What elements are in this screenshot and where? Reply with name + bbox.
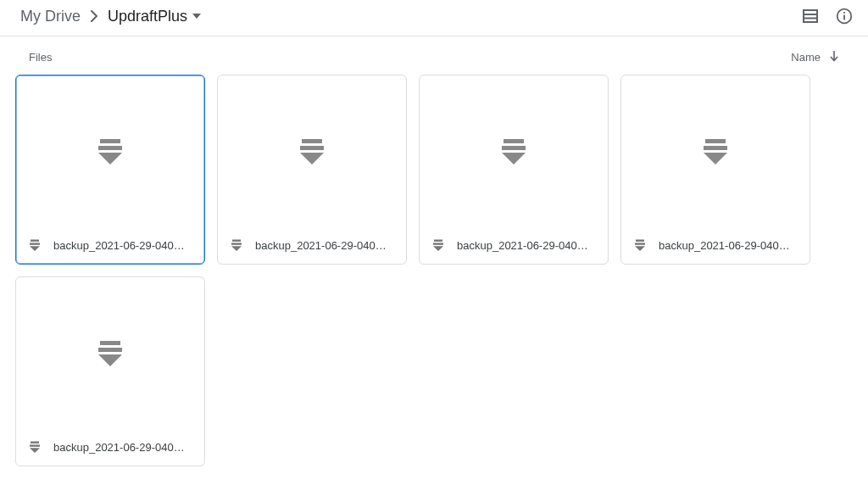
header-bar: My Drive UpdraftPlus (0, 0, 868, 36)
file-preview (16, 277, 204, 428)
archive-icon (28, 238, 42, 252)
section-bar: Files Name (0, 36, 868, 71)
file-name: backup_2021-06-29-0408_S… (457, 239, 593, 252)
breadcrumb-current-label: UpdraftPlus (108, 8, 187, 24)
file-preview (621, 75, 810, 226)
breadcrumb: My Drive UpdraftPlus (15, 5, 206, 27)
file-footer: backup_2021-06-29-0408_S… (621, 226, 810, 264)
file-tile[interactable]: backup_2021-06-29-0408_S… (217, 75, 407, 265)
list-view-icon[interactable] (800, 6, 821, 26)
archive-icon (633, 238, 647, 252)
breadcrumb-root[interactable]: My Drive (15, 5, 86, 27)
file-footer: backup_2021-06-29-0408_S… (16, 428, 204, 466)
svg-rect-4 (843, 15, 845, 20)
archive-icon (497, 134, 531, 168)
header-actions (800, 6, 854, 26)
chevron-right-icon (91, 10, 97, 22)
archive-icon (698, 134, 732, 168)
file-tile[interactable]: backup_2021-06-29-0408_S… (620, 75, 810, 265)
archive-icon (28, 440, 42, 454)
archive-icon (431, 238, 445, 252)
file-grid: backup_2021-06-29-0408_S…backup_2021-06-… (0, 71, 868, 482)
archive-icon (295, 134, 329, 168)
file-tile[interactable]: backup_2021-06-29-0408_S… (15, 75, 205, 265)
file-footer: backup_2021-06-29-0408_S… (420, 226, 608, 264)
svg-rect-0 (804, 10, 817, 22)
file-preview (420, 75, 608, 226)
sort-label: Name (791, 51, 821, 64)
arrow-down-icon (829, 50, 839, 64)
file-name: backup_2021-06-29-0408_S… (659, 239, 794, 252)
svg-rect-5 (843, 12, 845, 14)
archive-icon (93, 336, 127, 370)
info-icon[interactable] (834, 6, 854, 26)
file-footer: backup_2021-06-29-0408_S… (218, 226, 406, 264)
file-footer: backup_2021-06-29-0408_S… (16, 226, 204, 264)
file-preview (16, 75, 204, 226)
file-preview (218, 75, 406, 226)
file-tile[interactable]: backup_2021-06-29-0408_S… (15, 276, 205, 466)
file-name: backup_2021-06-29-0408_S… (255, 239, 391, 252)
breadcrumb-current[interactable]: UpdraftPlus (103, 5, 206, 27)
file-name: backup_2021-06-29-0408_S… (53, 441, 189, 454)
archive-icon (93, 134, 127, 168)
section-label: Files (29, 51, 52, 64)
sort-control[interactable]: Name (791, 50, 839, 64)
file-name: backup_2021-06-29-0408_S… (53, 239, 189, 252)
caret-down-icon (192, 14, 201, 19)
archive-icon (230, 238, 243, 252)
file-tile[interactable]: backup_2021-06-29-0408_S… (419, 75, 609, 265)
